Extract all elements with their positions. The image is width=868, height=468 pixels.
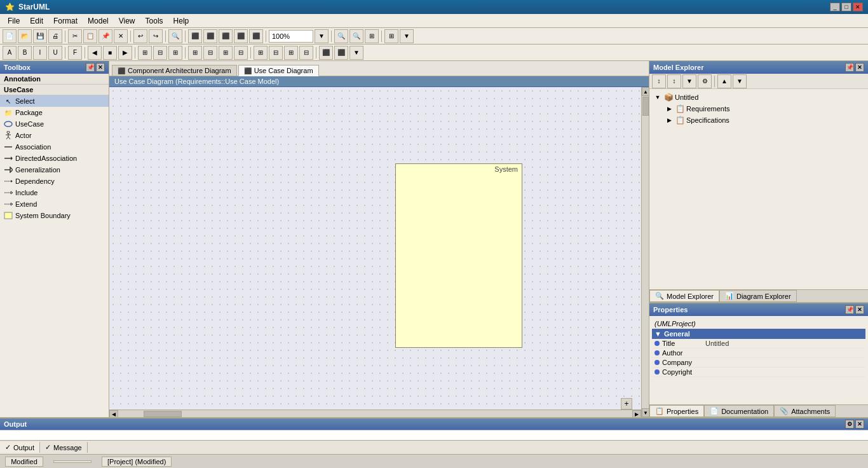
- bottom-tab-attachments[interactable]: 📎 Attachments: [774, 405, 836, 417]
- tb-extra2[interactable]: ▼: [400, 29, 414, 43]
- tb2-15[interactable]: ⊟: [299, 46, 313, 60]
- zoom-out[interactable]: 🔍: [334, 29, 348, 43]
- tb2-16[interactable]: ⬛: [319, 46, 333, 60]
- tb-save[interactable]: 💾: [33, 29, 47, 43]
- tool-systemboundary[interactable]: System Boundary: [0, 210, 109, 221]
- tb2-10[interactable]: ⊞: [219, 46, 233, 60]
- tree-expand-specifications[interactable]: ▶: [665, 116, 674, 125]
- model-explorer-close[interactable]: ✕: [855, 63, 864, 72]
- zoom-input[interactable]: 100%: [269, 30, 313, 43]
- menu-view[interactable]: View: [114, 15, 140, 27]
- menu-format[interactable]: Format: [48, 15, 83, 27]
- scroll-right-button[interactable]: ▶: [632, 410, 641, 417]
- toolbox-section-annotation[interactable]: Annotation: [0, 74, 109, 85]
- tb-btn3[interactable]: ⬛: [219, 29, 233, 43]
- tree-expand-untitled[interactable]: ▼: [653, 93, 662, 102]
- tb2-3[interactable]: I: [33, 46, 47, 60]
- tree-expand-requirements[interactable]: ▶: [665, 104, 674, 113]
- tool-select[interactable]: ↖ Select: [0, 95, 109, 107]
- zoom-in[interactable]: 🔍: [349, 29, 363, 43]
- me-sort2[interactable]: ↕: [667, 74, 681, 88]
- tb2-8[interactable]: ⊞: [188, 46, 202, 60]
- tb-cut[interactable]: ✂: [68, 29, 82, 43]
- properties-close[interactable]: ✕: [855, 305, 864, 314]
- close-button[interactable]: ✕: [853, 3, 863, 11]
- properties-group-general[interactable]: ▼ General: [652, 329, 865, 339]
- tool-usecase[interactable]: UseCase: [0, 118, 109, 130]
- me-filter[interactable]: ▼: [682, 74, 696, 88]
- tool-directedassociation[interactable]: DirectedAssociation: [0, 153, 109, 164]
- menu-model[interactable]: Model: [83, 15, 114, 27]
- system-boundary-box[interactable]: System: [395, 163, 522, 348]
- tb2-ac[interactable]: ■: [103, 46, 117, 60]
- scroll-left-button[interactable]: ◀: [109, 410, 118, 417]
- tb2-font[interactable]: F: [68, 46, 82, 60]
- tb-btn1[interactable]: ⬛: [188, 29, 202, 43]
- minimize-button[interactable]: _: [830, 3, 840, 11]
- tree-item-requirements[interactable]: ▶ 📋 Requirements: [652, 103, 865, 114]
- tool-dependency[interactable]: Dependency: [0, 176, 109, 187]
- menu-help[interactable]: Help: [168, 15, 194, 27]
- bottom-tab-properties[interactable]: 📋 Properties: [649, 405, 704, 417]
- tb-redo[interactable]: ↪: [149, 29, 163, 43]
- explorer-tab-model[interactable]: 🔍 Model Explorer: [649, 290, 719, 302]
- toolbox-pin-button[interactable]: 📌: [86, 63, 95, 72]
- output-tab-output[interactable]: ✓ Output: [0, 442, 40, 453]
- tb-open[interactable]: 📂: [18, 29, 32, 43]
- tb-copy[interactable]: 📋: [83, 29, 97, 43]
- zoom-fit[interactable]: ⊞: [365, 29, 379, 43]
- tb-btn5[interactable]: ⬛: [249, 29, 263, 43]
- me-sort1[interactable]: ↕: [652, 74, 666, 88]
- me-up[interactable]: ▲: [717, 74, 731, 88]
- tb2-7[interactable]: ⊞: [168, 46, 182, 60]
- tb-new[interactable]: 📄: [3, 29, 17, 43]
- tb2-14[interactable]: ⊞: [284, 46, 298, 60]
- tb2-5[interactable]: ⊞: [138, 46, 152, 60]
- tool-association[interactable]: Association: [0, 141, 109, 153]
- properties-pin[interactable]: 📌: [845, 305, 854, 314]
- tree-item-untitled[interactable]: ▼ 📦 Untitled: [652, 92, 865, 103]
- output-settings[interactable]: ⚙: [845, 420, 854, 429]
- menu-tools[interactable]: Tools: [140, 15, 168, 27]
- model-explorer-pin[interactable]: 📌: [845, 63, 854, 72]
- tb2-2[interactable]: B: [18, 46, 32, 60]
- bottom-tab-documentation[interactable]: 📄 Documentation: [704, 405, 774, 417]
- tb-paste[interactable]: 📌: [98, 29, 112, 43]
- canvas-zoom-button[interactable]: +: [621, 398, 632, 410]
- tree-item-specifications[interactable]: ▶ 📋 Specifications: [652, 114, 865, 126]
- toolbox-close-button[interactable]: ✕: [96, 63, 105, 72]
- tb2-13[interactable]: ⊟: [269, 46, 283, 60]
- output-tab-message[interactable]: ✓ Message: [40, 442, 88, 453]
- tool-actor[interactable]: Actor: [0, 130, 109, 141]
- tool-extend[interactable]: Extend: [0, 198, 109, 210]
- canvas-scrollbar-v[interactable]: ▲ ▼: [641, 87, 649, 417]
- tb-undo[interactable]: ↩: [133, 29, 147, 43]
- tab-usecase[interactable]: ⬛ Use Case Diagram: [238, 65, 319, 76]
- scroll-v-thumb[interactable]: [642, 97, 649, 116]
- scroll-h-thumb[interactable]: [144, 411, 182, 417]
- tab-component[interactable]: ⬛ Component Architecture Diagram: [112, 65, 237, 76]
- scroll-down-button[interactable]: ▼: [642, 408, 649, 417]
- canvas-scrollbar-h[interactable]: ◀ ▶: [109, 410, 641, 417]
- zoom-dropdown[interactable]: ▼: [315, 29, 329, 43]
- me-down[interactable]: ▼: [733, 74, 747, 88]
- tb2-ar[interactable]: ▶: [118, 46, 132, 60]
- explorer-tab-diagram[interactable]: 📊 Diagram Explorer: [719, 290, 797, 302]
- tb2-4[interactable]: U: [48, 46, 62, 60]
- tool-package[interactable]: 📁 Package: [0, 107, 109, 118]
- tb-btn4[interactable]: ⬛: [234, 29, 248, 43]
- tb2-al[interactable]: ◀: [88, 46, 102, 60]
- maximize-button[interactable]: □: [841, 3, 851, 11]
- scroll-up-button[interactable]: ▲: [642, 87, 649, 96]
- scroll-v-track[interactable]: [642, 96, 649, 408]
- menu-file[interactable]: File: [3, 15, 25, 27]
- tb2-1[interactable]: A: [3, 46, 17, 60]
- diagram-canvas[interactable]: System +: [109, 87, 641, 410]
- tb-print[interactable]: 🖨: [48, 29, 62, 43]
- tb2-17[interactable]: ⬛: [334, 46, 348, 60]
- tb2-11[interactable]: ⊟: [234, 46, 248, 60]
- tb-delete[interactable]: ✕: [114, 29, 128, 43]
- tb-btn2[interactable]: ⬛: [203, 29, 217, 43]
- tb-find[interactable]: 🔍: [168, 29, 182, 43]
- output-close[interactable]: ✕: [855, 420, 864, 429]
